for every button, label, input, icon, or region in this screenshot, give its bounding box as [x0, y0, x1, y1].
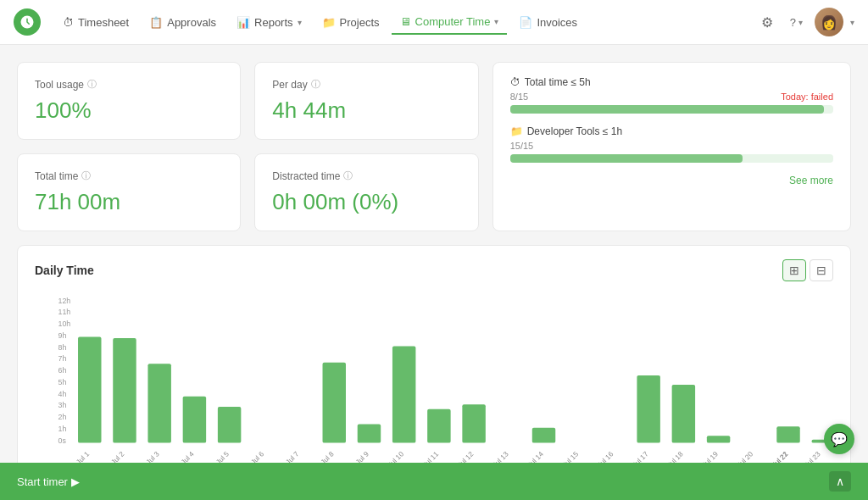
- svg-text:Thu, Jul 18: Thu, Jul 18: [654, 449, 685, 463]
- nav-reports[interactable]: 📊 Reports ▾: [228, 11, 310, 34]
- stats-goals-row: Tool usage ⓘ 100% Per day ⓘ 4h 44m Total…: [17, 62, 851, 231]
- svg-text:Fri, Jul 19: Fri, Jul 19: [692, 449, 720, 463]
- svg-text:7h: 7h: [58, 354, 66, 363]
- svg-text:Tue, Jul 2: Tue, Jul 2: [98, 449, 126, 463]
- tool-usage-value: 100%: [35, 97, 223, 124]
- top-navigation: ⏱ Timesheet 📋 Approvals 📊 Reports ▾ 📁 Pr…: [0, 0, 868, 45]
- chart-view-buttons: ⊞ ⊟: [782, 259, 833, 281]
- nav-invoices[interactable]: 📄 Invoices: [510, 11, 586, 34]
- logo[interactable]: [14, 8, 41, 36]
- svg-text:Thu, Jul 11: Thu, Jul 11: [409, 449, 440, 463]
- nav-computer-time[interactable]: 🖥 Computer Time ▾: [392, 10, 508, 35]
- tool-usage-info-icon[interactable]: ⓘ: [87, 78, 97, 91]
- svg-text:Wed, Jul 17: Wed, Jul 17: [618, 449, 650, 463]
- svg-text:Sat, Jul 13: Sat, Jul 13: [481, 449, 510, 463]
- bar-jul22: [776, 426, 799, 442]
- svg-text:8h: 8h: [58, 343, 66, 352]
- clock-icon: ⏱: [510, 76, 520, 88]
- chat-bubble-button[interactable]: 💬: [824, 424, 854, 454]
- svg-text:5h: 5h: [58, 378, 66, 386]
- reports-chevron: ▾: [298, 18, 302, 27]
- svg-text:9h: 9h: [58, 331, 66, 340]
- svg-text:10h: 10h: [58, 319, 70, 328]
- svg-text:Wed, Jul 3: Wed, Jul 3: [131, 449, 161, 463]
- computer-time-icon: 🖥: [400, 15, 411, 28]
- svg-text:Wed, Jul 10: Wed, Jul 10: [373, 449, 405, 463]
- chart-view-grid-btn[interactable]: ⊞: [782, 259, 806, 281]
- avatar[interactable]: 👩: [815, 8, 843, 36]
- svg-text:11h: 11h: [58, 308, 70, 316]
- timesheet-icon: ⏱: [63, 16, 74, 29]
- total-time-value: 71h 00m: [35, 189, 223, 215]
- goal-progress-bg-1: [510, 105, 833, 114]
- distracted-info-icon[interactable]: ⓘ: [343, 169, 353, 182]
- invoices-icon: 📄: [519, 16, 532, 29]
- svg-text:1h: 1h: [58, 425, 66, 433]
- goal-total-time: ⏱ Total time ≤ 5h 8/15 Today: failed: [510, 76, 833, 114]
- bar-jul17: [637, 375, 659, 443]
- projects-icon: 📁: [322, 16, 336, 29]
- goal-progress-bg-2: [510, 154, 833, 163]
- svg-text:Tue, Jul 23: Tue, Jul 23: [792, 449, 822, 463]
- bar-jul4: [183, 397, 206, 443]
- svg-text:4h: 4h: [58, 390, 66, 398]
- per-day-info-icon[interactable]: ⓘ: [311, 78, 320, 91]
- main-content: Tool usage ⓘ 100% Per day ⓘ 4h 44m Total…: [0, 45, 868, 463]
- daily-time-chart: 12h 11h 10h 9h 8h 7h 6h 5h 4h 3h 2h 1h 0…: [35, 292, 833, 463]
- svg-text:3h: 3h: [58, 401, 66, 409]
- svg-text:12h: 12h: [58, 297, 70, 305]
- chart-title: Daily Time: [35, 264, 94, 277]
- bar-jul5: [218, 407, 241, 443]
- stat-cards-grid: Tool usage ⓘ 100% Per day ⓘ 4h 44m Total…: [17, 62, 479, 231]
- svg-text:Mon, Jul 8: Mon, Jul 8: [306, 449, 335, 463]
- svg-text:0s: 0s: [58, 436, 66, 445]
- svg-text:Fri, Jul 5: Fri, Jul 5: [205, 449, 231, 463]
- svg-text:Mon, Jul 1: Mon, Jul 1: [62, 449, 91, 463]
- bar-jul11: [427, 409, 450, 443]
- svg-text:Tue, Jul 16: Tue, Jul 16: [584, 449, 615, 463]
- chart-header: Daily Time ⊞ ⊟: [35, 259, 833, 281]
- nav-projects[interactable]: 📁 Projects: [314, 11, 388, 34]
- bar-jul18: [672, 385, 695, 443]
- nav-approvals[interactable]: 📋 Approvals: [141, 11, 225, 34]
- distracted-value: 0h 00m (0%): [272, 189, 460, 215]
- svg-text:Mon, Jul 22: Mon, Jul 22: [758, 449, 790, 463]
- svg-text:Fri, Jul 12: Fri, Jul 12: [448, 449, 476, 463]
- computer-time-chevron: ▾: [494, 17, 498, 26]
- nav-right-controls: ⚙ ? ▾ 👩 ▾: [756, 8, 854, 36]
- svg-text:Mon, Jul 15: Mon, Jul 15: [548, 449, 581, 463]
- svg-text:2h: 2h: [58, 413, 66, 421]
- svg-text:Sun, Jul 14: Sun, Jul 14: [514, 449, 545, 463]
- chart-view-table-btn[interactable]: ⊟: [810, 259, 833, 281]
- svg-text:Thu, Jul 4: Thu, Jul 4: [168, 449, 196, 463]
- folder-icon: 📁: [510, 125, 523, 137]
- svg-text:Tue, Jul 9: Tue, Jul 9: [342, 449, 370, 463]
- approvals-icon: 📋: [149, 16, 163, 29]
- help-chevron: ▾: [798, 18, 803, 27]
- svg-text:Sun, Jul 7: Sun, Jul 7: [272, 449, 301, 463]
- goal-status-failed: Today: failed: [781, 92, 833, 102]
- svg-text:6h: 6h: [58, 366, 66, 375]
- per-day-value: 4h 44m: [272, 97, 460, 124]
- stat-card-tool-usage: Tool usage ⓘ 100%: [17, 62, 241, 140]
- svg-text:Sat, Jul 6: Sat, Jul 6: [239, 449, 266, 463]
- total-time-info-icon[interactable]: ⓘ: [81, 169, 91, 182]
- settings-icon[interactable]: ⚙: [756, 9, 778, 36]
- see-more-button[interactable]: See more: [510, 175, 833, 186]
- bar-jul9: [358, 425, 381, 443]
- stat-card-per-day: Per day ⓘ 4h 44m: [254, 62, 478, 140]
- nav-timesheet[interactable]: ⏱ Timesheet: [54, 11, 137, 34]
- goals-card: ⏱ Total time ≤ 5h 8/15 Today: failed 📁 D…: [492, 62, 851, 231]
- goal-progress-fill-1: [510, 105, 824, 114]
- reports-icon: 📊: [236, 16, 250, 29]
- stat-card-distracted: Distracted time ⓘ 0h 00m (0%): [254, 153, 478, 231]
- bar-jul8: [323, 363, 346, 443]
- help-button[interactable]: ? ▾: [785, 11, 808, 34]
- chart-card: Daily Time ⊞ ⊟ 12h 11h 10h 9h 8h 7h 6h 5…: [17, 245, 851, 463]
- goal-progress-fill-2: [510, 154, 743, 163]
- stat-card-total-time: Total time ⓘ 71h 00m: [17, 153, 241, 231]
- bar-jul1: [78, 337, 101, 443]
- bar-jul10: [392, 347, 415, 443]
- bar-jul2: [113, 338, 136, 443]
- bar-jul3: [147, 364, 170, 442]
